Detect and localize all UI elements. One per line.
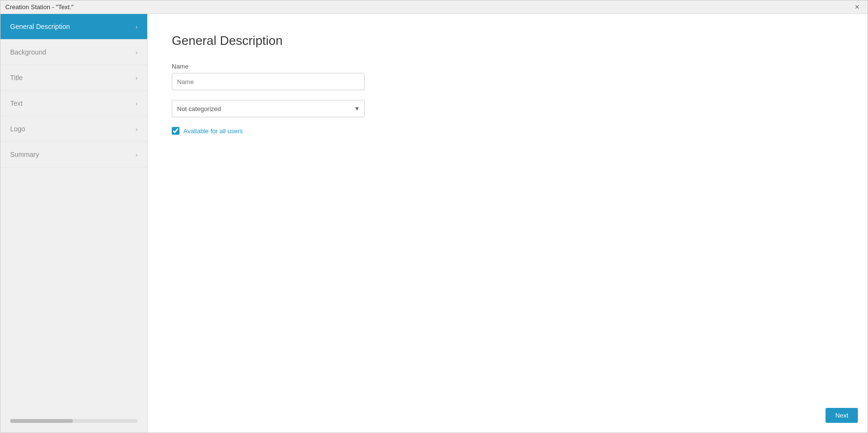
sidebar-item-label: Text	[10, 99, 23, 107]
sidebar-item-title[interactable]: Title ›	[0, 65, 147, 91]
sidebar-item-label: Summary	[10, 151, 39, 158]
chevron-right-icon: ›	[136, 49, 138, 56]
panel-title: General Description	[172, 33, 843, 48]
name-field-group: Name	[172, 63, 843, 90]
sidebar-item-background[interactable]: Background ›	[0, 40, 147, 65]
chevron-right-icon: ›	[136, 23, 138, 30]
sidebar-item-label: Background	[10, 48, 46, 56]
chevron-right-icon: ›	[136, 74, 138, 82]
category-select[interactable]: Not categorized Category 1 Category 2	[172, 100, 365, 117]
available-users-row: Available for all users	[172, 127, 843, 135]
main-panel: General Description Name Not categorized…	[148, 14, 868, 433]
title-bar: Creation Station - "Text." ✕	[0, 0, 868, 14]
sidebar: General Description › Background › Title…	[0, 14, 148, 433]
sidebar-item-label: General Description	[10, 23, 70, 30]
sidebar-item-logo[interactable]: Logo ›	[0, 116, 147, 142]
sidebar-item-summary[interactable]: Summary ›	[0, 142, 147, 168]
sidebar-footer	[0, 412, 147, 433]
sidebar-item-label: Logo	[10, 125, 25, 133]
sidebar-item-general-description[interactable]: General Description ›	[0, 14, 147, 40]
category-select-wrapper: Not categorized Category 1 Category 2 ▼	[172, 100, 365, 117]
chevron-right-icon: ›	[136, 151, 138, 158]
window-title: Creation Station - "Text."	[5, 3, 73, 11]
sidebar-item-text[interactable]: Text ›	[0, 91, 147, 116]
available-users-checkbox[interactable]	[172, 127, 179, 135]
name-label: Name	[172, 63, 843, 70]
name-input[interactable]	[172, 73, 365, 90]
chevron-right-icon: ›	[136, 100, 138, 107]
sidebar-item-label: Title	[10, 74, 23, 82]
available-users-label: Available for all users	[183, 127, 243, 135]
application-window: Creation Station - "Text." ✕ General Des…	[0, 0, 868, 433]
scrollbar-track	[10, 419, 138, 423]
scrollbar-thumb[interactable]	[10, 419, 73, 423]
main-content: General Description › Background › Title…	[0, 14, 868, 433]
close-button[interactable]: ✕	[852, 2, 863, 12]
chevron-right-icon: ›	[136, 126, 138, 133]
next-button[interactable]: Next	[826, 408, 858, 423]
